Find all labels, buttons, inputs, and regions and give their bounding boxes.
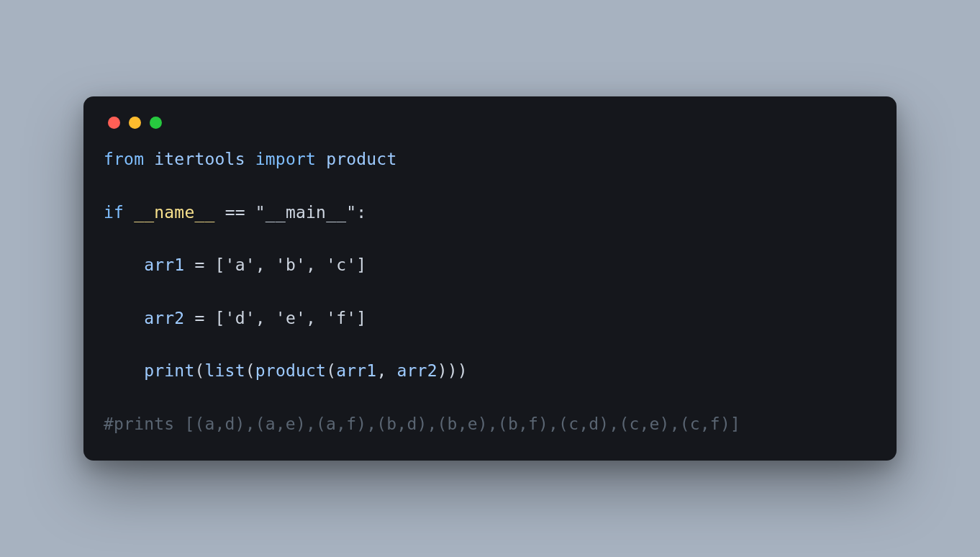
list-literal-2: ['d', 'e', 'f'] — [215, 309, 367, 327]
code-line-1: from itertools import product — [104, 150, 396, 168]
colon: : — [356, 203, 366, 222]
paren: ( — [245, 361, 255, 380]
paren: ( — [326, 361, 336, 380]
code-window: from itertools import product if __name_… — [83, 96, 897, 461]
fn-list: list — [205, 361, 245, 380]
minimize-icon[interactable] — [129, 117, 141, 129]
assign-op: = — [184, 309, 214, 327]
module-name: itertools — [154, 150, 245, 168]
var-arr1: arr1 — [144, 255, 184, 274]
code-line-3: arr1 = ['a', 'b', 'c'] — [104, 255, 366, 274]
code-comment: #prints [(a,d),(a,e),(a,f),(b,d),(b,e),(… — [104, 415, 740, 433]
indent — [104, 309, 144, 327]
window-traffic-lights — [104, 114, 876, 146]
arg-arr1: arr1 — [336, 361, 376, 380]
fn-print: print — [144, 361, 194, 380]
code-line-4: arr2 = ['d', 'e', 'f'] — [104, 309, 366, 327]
paren-close: ))) — [437, 361, 468, 380]
var-arr2: arr2 — [144, 309, 184, 327]
code-line-2: if __name__ == "__main__": — [104, 203, 366, 222]
indent — [104, 255, 144, 274]
code-block: from itertools import product if __name_… — [104, 146, 876, 438]
keyword-from: from — [104, 150, 144, 168]
indent — [104, 361, 144, 380]
string-main: "__main__" — [255, 203, 356, 222]
arg-arr2: arr2 — [397, 361, 437, 380]
operator-eq: == — [225, 203, 245, 222]
code-line-5: print(list(product(arr1, arr2))) — [104, 361, 468, 380]
keyword-if: if — [104, 203, 124, 222]
import-name: product — [326, 150, 396, 168]
list-literal-1: ['a', 'b', 'c'] — [215, 255, 367, 274]
keyword-import: import — [255, 150, 316, 168]
fn-product: product — [255, 361, 326, 380]
comma: , — [376, 361, 396, 380]
zoom-icon[interactable] — [150, 117, 162, 129]
close-icon[interactable] — [108, 117, 120, 129]
assign-op: = — [184, 255, 214, 274]
dunder-name: __name__ — [134, 203, 214, 222]
paren: ( — [194, 361, 204, 380]
